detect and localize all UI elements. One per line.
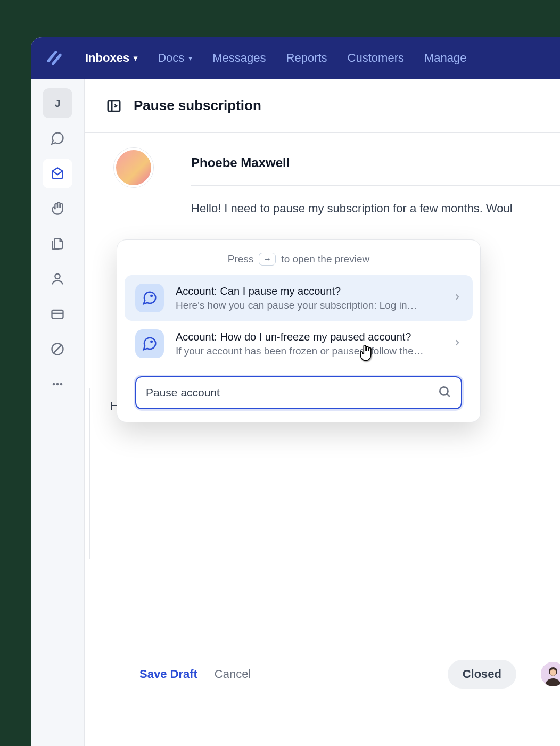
person-icon <box>50 271 65 286</box>
inbox-icon <box>50 166 65 181</box>
svg-point-5 <box>53 383 55 386</box>
result-body: Account: How do I un-freeze my paused ac… <box>176 331 441 357</box>
svg-line-4 <box>53 345 61 353</box>
chevron-down-icon: ▾ <box>188 54 192 62</box>
nav-inboxes[interactable]: Inboxes ▾ <box>85 51 137 65</box>
search-field-wrapper[interactable] <box>135 376 462 409</box>
conversation-title: Pause subscription <box>134 97 261 114</box>
chat-icon <box>50 131 65 146</box>
customer-avatar[interactable] <box>114 148 153 187</box>
reply-icon <box>135 329 164 358</box>
saved-replies-popup: Press → to open the preview Account: Can… <box>117 239 481 422</box>
sidebar-user-avatar[interactable]: J <box>43 88 72 118</box>
sender-name: Phoebe Maxwell <box>191 155 560 170</box>
nav-label: Messages <box>212 51 266 65</box>
app-logo-icon[interactable] <box>44 47 65 69</box>
nav-label: Customers <box>348 51 404 65</box>
result-subtitle: Here's how you can pause your subscripti… <box>176 300 441 311</box>
sidebar-hand[interactable] <box>43 194 72 223</box>
result-subtitle: If your account has been frozen or pause… <box>176 345 441 357</box>
nav-label: Manage <box>424 51 467 65</box>
hint-post: to open the preview <box>281 253 369 265</box>
nav-label: Reports <box>286 51 327 65</box>
search-icon <box>438 385 451 401</box>
save-draft-button[interactable]: Save Draft <box>139 667 197 681</box>
search-result-1[interactable]: Account: Can I pause my account? Here's … <box>125 275 473 321</box>
nav-docs[interactable]: Docs ▾ <box>158 51 192 65</box>
card-icon <box>50 306 65 321</box>
chevron-down-icon: ▾ <box>134 54 137 62</box>
sidebar-billing[interactable] <box>43 299 72 329</box>
result-title: Account: How do I un-freeze my paused ac… <box>176 331 441 343</box>
reply-icon <box>135 284 164 312</box>
assignee-avatar[interactable] <box>541 662 560 686</box>
svg-point-0 <box>55 274 60 279</box>
documents-icon <box>50 236 65 251</box>
nav-label: Docs <box>158 51 184 65</box>
search-input[interactable] <box>146 386 438 399</box>
chevron-right-icon <box>452 292 462 304</box>
svg-point-7 <box>60 383 63 386</box>
conversation-header: Pause subscription <box>85 79 560 133</box>
divider <box>191 185 560 186</box>
svg-point-17 <box>440 387 448 395</box>
hint-pre: Press <box>228 253 254 265</box>
sidebar-profile[interactable] <box>43 264 72 294</box>
result-body: Account: Can I pause my account? Here's … <box>176 285 441 311</box>
nav-manage[interactable]: Manage <box>424 51 467 65</box>
result-title: Account: Can I pause my account? <box>176 285 441 297</box>
compose-footer: Save Draft Cancel Closed <box>89 650 560 698</box>
svg-point-12 <box>550 669 556 676</box>
svg-line-18 <box>447 394 449 396</box>
message-text: Hello! I need to pause my subscription f… <box>191 200 560 217</box>
more-icon <box>50 377 65 392</box>
top-nav: Inboxes ▾ Docs ▾ Messages Reports Custom… <box>31 37 560 79</box>
cancel-button[interactable]: Cancel <box>215 667 251 681</box>
sidebar-blocked[interactable] <box>43 334 72 364</box>
nav-messages[interactable]: Messages <box>212 51 266 65</box>
svg-point-6 <box>56 383 59 386</box>
nav-label: Inboxes <box>85 51 129 65</box>
popup-hint: Press → to open the preview <box>125 247 473 275</box>
nav-reports[interactable]: Reports <box>286 51 327 65</box>
chevron-right-icon <box>452 338 462 350</box>
svg-rect-1 <box>52 310 63 318</box>
sidebar-docs[interactable] <box>43 229 72 259</box>
sidebar-inbox[interactable] <box>43 159 72 188</box>
sidebar-chat[interactable] <box>43 123 72 153</box>
svg-rect-8 <box>108 101 120 111</box>
user-initial: J <box>54 97 60 110</box>
toggle-panel-icon[interactable] <box>106 98 122 114</box>
block-icon <box>50 342 65 357</box>
arrow-key-icon: → <box>259 253 276 266</box>
search-result-2[interactable]: Account: How do I un-freeze my paused ac… <box>125 321 473 367</box>
status-closed-button[interactable]: Closed <box>448 660 516 689</box>
sidebar: J <box>31 79 84 746</box>
nav-customers[interactable]: Customers <box>348 51 404 65</box>
sidebar-more[interactable] <box>43 369 72 399</box>
hand-icon <box>50 201 65 216</box>
message-block: Phoebe Maxwell Hello! I need to pause my… <box>191 149 560 217</box>
